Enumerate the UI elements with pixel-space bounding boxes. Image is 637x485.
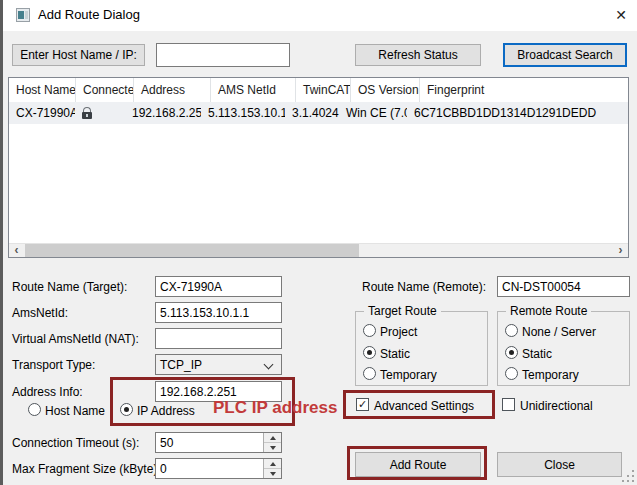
route-name-target-input[interactable] bbox=[155, 276, 282, 297]
lock-icon bbox=[82, 107, 92, 119]
advanced-settings-label: Advanced Settings bbox=[374, 399, 474, 413]
unidirectional-checkbox[interactable] bbox=[502, 398, 515, 411]
remote-route-temporary-radio[interactable] bbox=[505, 367, 518, 380]
col-fingerprint[interactable]: Fingerprint bbox=[420, 78, 628, 102]
ams-netid-input[interactable] bbox=[155, 302, 282, 323]
chevron-down-icon bbox=[264, 360, 274, 370]
row-address: 192.168.2.251 bbox=[125, 102, 201, 124]
remote-route-temporary-label: Temporary bbox=[522, 368, 579, 382]
ams-netid-label: AmsNetId: bbox=[12, 306, 68, 320]
remote-route-static-label: Static bbox=[522, 347, 552, 361]
route-name-remote-input[interactable] bbox=[497, 276, 630, 297]
spinner bbox=[263, 433, 281, 452]
target-route-project-label: Project bbox=[380, 325, 417, 339]
enter-host-button[interactable]: Enter Host Name / IP: bbox=[12, 44, 145, 66]
virtual-ams-input[interactable] bbox=[155, 328, 282, 349]
spinner bbox=[263, 459, 281, 478]
row-ams-netid: 5.113.153.10.1.1 bbox=[201, 102, 285, 124]
close-button[interactable]: Close bbox=[497, 452, 622, 477]
transport-type-select[interactable]: TCP_IP bbox=[155, 354, 282, 375]
col-connected[interactable]: Connected bbox=[76, 78, 134, 102]
host-name-input[interactable] bbox=[156, 43, 290, 67]
connection-timeout-value: 50 bbox=[160, 436, 173, 450]
remote-route-none-radio[interactable] bbox=[505, 324, 518, 337]
host-name-radio-label: Host Name bbox=[45, 404, 105, 418]
ip-address-radio[interactable] bbox=[120, 403, 133, 416]
col-twincat[interactable]: TwinCAT bbox=[296, 78, 351, 102]
virtual-ams-label: Virtual AmsNetId (NAT): bbox=[12, 332, 139, 346]
remote-route-legend: Remote Route bbox=[506, 304, 591, 318]
horizontal-scrollbar[interactable]: ‹ › bbox=[9, 243, 628, 257]
window-icon bbox=[16, 8, 30, 22]
broadcast-search-button[interactable]: Broadcast Search bbox=[503, 43, 627, 67]
row-twincat: 3.1.4024 bbox=[285, 102, 339, 124]
device-list: Host Name Connected Address AMS NetId Tw… bbox=[8, 77, 629, 258]
add-route-button[interactable]: Add Route bbox=[355, 452, 481, 477]
title-bar: Add Route Dialog ✕ bbox=[3, 0, 637, 31]
col-address[interactable]: Address bbox=[134, 78, 211, 102]
spin-up-icon[interactable] bbox=[264, 459, 281, 469]
scrollbar-thumb[interactable] bbox=[25, 244, 359, 257]
spin-down-icon[interactable] bbox=[264, 469, 281, 478]
route-name-target-label: Route Name (Target): bbox=[12, 280, 127, 294]
route-name-remote-label: Route Name (Remote): bbox=[362, 280, 486, 294]
col-host-name[interactable]: Host Name bbox=[9, 78, 76, 102]
row-host-name: CX-71990A bbox=[9, 102, 75, 124]
max-fragment-label: Max Fragment Size (kByte): bbox=[12, 462, 161, 476]
target-route-temporary-label: Temporary bbox=[380, 368, 437, 382]
row-os-version: Win CE (7.0) bbox=[339, 102, 407, 124]
target-route-legend: Target Route bbox=[364, 304, 441, 318]
resize-grip[interactable] bbox=[622, 470, 635, 483]
target-route-temporary-radio[interactable] bbox=[363, 367, 376, 380]
device-list-header: Host Name Connected Address AMS NetId Tw… bbox=[9, 78, 628, 102]
connection-timeout-stepper[interactable]: 50 bbox=[155, 432, 282, 453]
target-route-static-label: Static bbox=[380, 347, 410, 361]
col-ams-netid[interactable]: AMS NetId bbox=[211, 78, 296, 102]
address-info-input[interactable] bbox=[155, 381, 282, 402]
refresh-status-button[interactable]: Refresh Status bbox=[355, 44, 481, 66]
address-info-label: Address Info: bbox=[12, 385, 83, 399]
transport-type-value: TCP_IP bbox=[160, 358, 202, 372]
unidirectional-label: Unidirectional bbox=[520, 399, 593, 413]
remote-route-none-label: None / Server bbox=[522, 325, 596, 339]
spin-up-icon[interactable] bbox=[264, 433, 281, 443]
max-fragment-stepper[interactable]: 0 bbox=[155, 458, 282, 479]
max-fragment-value: 0 bbox=[160, 462, 167, 476]
screenshot-left-edge bbox=[0, 0, 3, 485]
transport-type-label: Transport Type: bbox=[12, 358, 95, 372]
host-name-radio[interactable] bbox=[28, 403, 41, 416]
row-fingerprint: 6C71CBBD1DD1314D1291DEDD bbox=[407, 102, 628, 124]
scroll-left-icon[interactable]: ‹ bbox=[9, 244, 24, 257]
spin-down-icon[interactable] bbox=[264, 443, 281, 452]
ip-address-radio-label: IP Address bbox=[137, 404, 195, 418]
col-os-version[interactable]: OS Version bbox=[351, 78, 420, 102]
connection-timeout-label: Connection Timeout (s): bbox=[12, 436, 139, 450]
remote-route-static-radio[interactable] bbox=[505, 346, 518, 359]
window-title: Add Route Dialog bbox=[38, 7, 140, 22]
scroll-right-icon[interactable]: › bbox=[613, 244, 628, 257]
target-route-project-radio[interactable] bbox=[363, 324, 376, 337]
advanced-settings-checkbox[interactable]: ✓ bbox=[356, 398, 369, 411]
table-row[interactable]: CX-71990A 192.168.2.251 5.113.153.10.1.1… bbox=[9, 102, 628, 124]
close-icon[interactable]: ✕ bbox=[607, 4, 635, 27]
target-route-static-radio[interactable] bbox=[363, 346, 376, 359]
row-connected bbox=[75, 102, 125, 124]
